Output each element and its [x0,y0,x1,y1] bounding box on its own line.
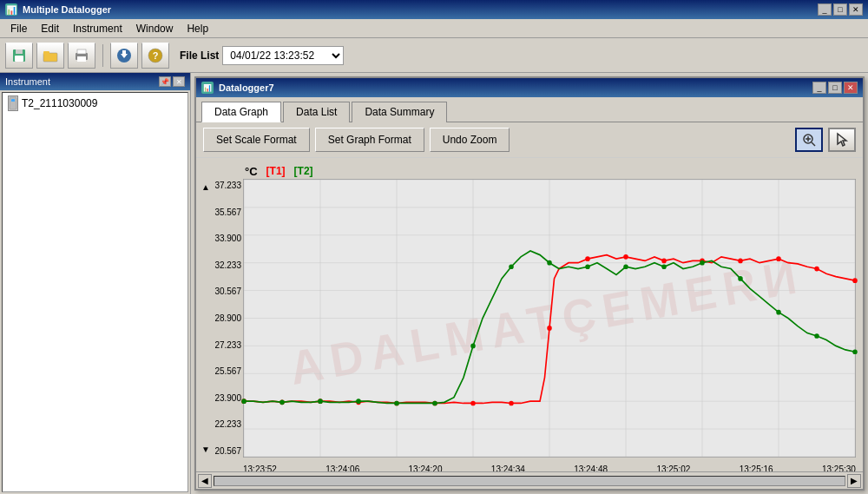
svg-point-66 [547,260,552,266]
menu-help[interactable]: Help [180,21,215,36]
undo-zoom-button[interactable]: Undo Zoom [430,128,510,152]
tab-data-summary[interactable]: Data Summary [352,102,447,122]
set-graph-format-button[interactable]: Set Graph Format [315,128,424,152]
svg-point-72 [776,310,781,315]
svg-rect-14 [11,99,15,102]
dl-title-bar: 📊 Datalogger7 _ □ ✕ [196,78,863,97]
graph-container: °C [T1] [T2] ▲ ▼ 37.233 35.567 33.900 32… [196,158,863,489]
legend-t1: [T1] [266,165,286,178]
svg-text:ADALMATÇEMERИ: ADALMATÇEMERИ [286,248,807,394]
main-area: Instrument 📌 ✕ T2_2111030009 📊 Datalogge… [0,73,868,494]
panel-pin-button[interactable]: 📌 [159,76,171,87]
set-scale-format-button[interactable]: Set Scale Format [203,128,310,152]
menu-file[interactable]: File [3,21,34,36]
y-label-7: 25.567 [198,366,241,376]
svg-point-61 [356,398,361,404]
open-button[interactable] [36,43,64,69]
toolbar-separator-1 [102,44,103,67]
svg-point-68 [623,264,628,269]
svg-point-65 [509,264,514,269]
help-button[interactable]: ? [141,43,169,69]
instrument-panel: Instrument 📌 ✕ T2_2111030009 [0,73,191,494]
instrument-panel-header: Instrument 📌 ✕ [0,73,190,90]
app-icon: 📊 [5,3,17,16]
svg-point-74 [852,349,858,354]
svg-rect-10 [122,50,126,55]
dl-restore-button[interactable]: □ [828,82,842,94]
svg-rect-7 [77,49,86,54]
dl-close-button[interactable]: ✕ [844,82,858,94]
svg-point-63 [432,401,437,406]
svg-rect-2 [15,56,23,62]
scroll-right-button[interactable]: ▶ [847,474,861,488]
y-label-10: 20.567 [198,446,241,456]
instrument-name: T2_2111030009 [22,97,97,109]
menu-bar: File Edit Instrument Window Help [0,19,868,38]
save-button[interactable] [5,43,33,69]
svg-point-59 [279,399,285,405]
svg-point-62 [394,401,399,406]
graph-toolbar: Set Scale Format Set Graph Format Undo Z… [196,122,863,158]
legend-t2: [T2] [294,165,313,178]
svg-point-70 [700,260,705,266]
app-title-bar: 📊 Multiple Datalogger _ □ ✕ [0,0,868,19]
svg-point-51 [623,254,628,260]
svg-point-49 [547,326,552,331]
svg-point-47 [470,401,476,406]
tab-data-list[interactable]: Data List [283,102,350,122]
scroll-track[interactable] [214,476,845,486]
scroll-left-button[interactable]: ◀ [198,474,212,488]
instrument-list: T2_2111030009 [2,92,188,492]
dl-title-icon: 📊 [201,82,214,94]
svg-point-73 [814,333,819,339]
svg-point-55 [776,256,781,261]
instrument-panel-title: Instrument [5,76,50,87]
tab-bar: Data Graph Data List Data Summary [196,97,863,122]
tab-data-graph[interactable]: Data Graph [201,102,281,122]
dl-title-controls: _ □ ✕ [812,82,858,94]
y-label-6: 27.233 [198,340,241,350]
y-label-9: 22.233 [198,419,241,429]
svg-point-69 [661,264,667,269]
print-button[interactable] [68,43,95,69]
y-label-8: 23.900 [198,393,241,403]
svg-point-57 [852,278,858,283]
instrument-header-controls: 📌 ✕ [159,76,185,87]
minimize-button[interactable]: _ [818,3,832,16]
graph-plot-area: 37.233 35.567 33.900 32.233 30.567 28.90… [243,179,856,458]
dl-minimize-button[interactable]: _ [812,82,826,94]
y-label-3: 32.233 [198,260,241,270]
y-label-0: 37.233 [198,181,241,190]
instrument-item[interactable]: T2_2111030009 [3,93,187,114]
app-title: Multiple Datalogger [23,4,111,15]
svg-text:?: ? [153,50,159,61]
maximize-button[interactable]: □ [833,3,847,16]
svg-rect-6 [77,56,86,62]
svg-point-54 [738,259,743,264]
svg-point-48 [509,401,514,406]
graph-svg: ADALMATÇEMERИ [243,179,856,458]
dl-title-text: Datalogger7 [219,82,807,93]
svg-point-60 [318,398,323,404]
svg-line-16 [812,142,815,146]
title-bar-controls: _ □ ✕ [818,3,863,16]
zoom-mode-button[interactable] [795,128,823,152]
cursor-mode-button[interactable] [828,128,856,152]
panel-close-button[interactable]: ✕ [173,76,185,87]
y-label-2: 33.900 [198,234,241,243]
svg-point-67 [585,264,590,269]
svg-marker-19 [838,134,846,146]
menu-instrument[interactable]: Instrument [66,21,129,36]
y-label-4: 30.567 [198,287,241,296]
download-button[interactable] [110,43,138,69]
svg-point-71 [738,276,743,281]
svg-point-52 [661,259,667,264]
menu-edit[interactable]: Edit [34,21,66,36]
svg-point-64 [470,344,476,349]
dl-window-frame: 📊 Datalogger7 _ □ ✕ Data Graph Data List… [194,76,865,491]
close-button[interactable]: ✕ [849,3,863,16]
main-toolbar: ? File List 04/01/22 13:23:52 [0,38,868,73]
menu-window[interactable]: Window [129,21,181,36]
file-list-combo[interactable]: 04/01/22 13:23:52 [222,46,344,65]
svg-rect-1 [16,49,23,54]
